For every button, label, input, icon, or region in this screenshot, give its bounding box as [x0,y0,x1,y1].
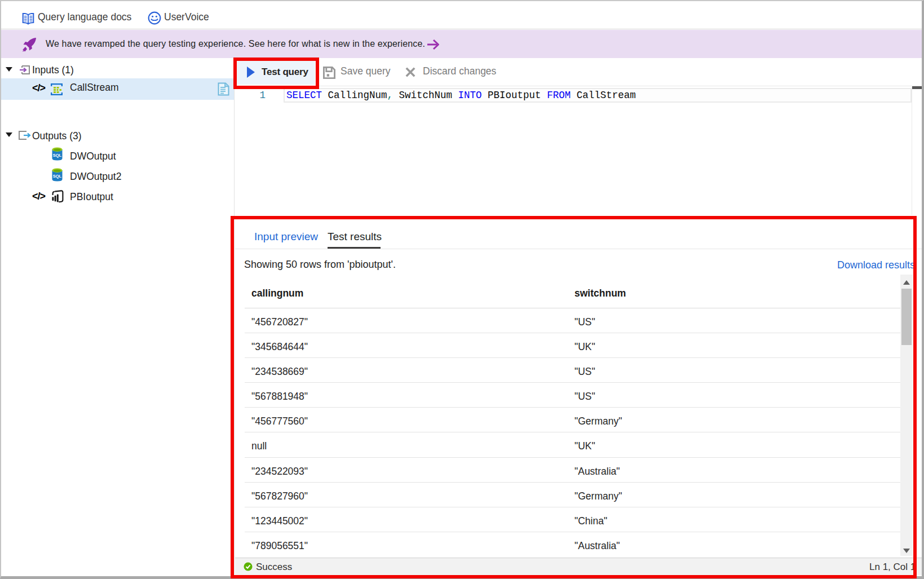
svg-text:SQL: SQL [53,153,62,158]
svg-text:SQL: SQL [53,174,62,179]
